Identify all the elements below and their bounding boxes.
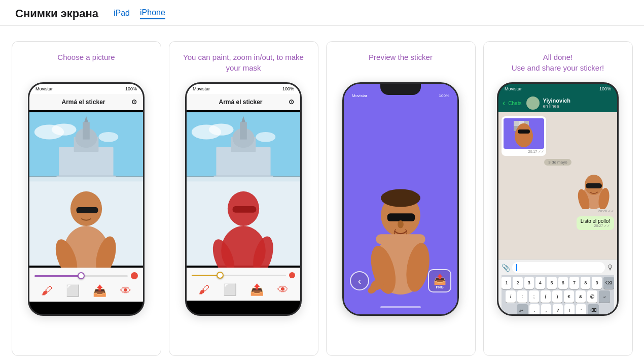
kb-dot[interactable]: .	[529, 304, 540, 316]
kb-return[interactable]: ↵	[599, 290, 610, 303]
kb-key-9[interactable]: 9	[592, 277, 601, 289]
svg-point-21	[209, 123, 234, 135]
app-title-bar-2: Armá el sticker ⊙	[187, 94, 300, 110]
svg-point-22	[256, 132, 275, 142]
camera-icon-1: ⊙	[131, 98, 137, 106]
page-title: Снимки экрана	[15, 7, 98, 20]
kb-exclaim[interactable]: !	[564, 304, 575, 316]
main-image-2	[187, 110, 300, 268]
sent-text-msg: Listo el pollo! 20:27 ✓✓	[577, 216, 614, 230]
png-export-button[interactable]: 📤 PNG	[428, 269, 451, 292]
svg-point-40	[381, 189, 420, 207]
header: Снимки экрана iPad iPhone	[0, 0, 644, 26]
prev-nav-button[interactable]: ‹	[350, 271, 369, 290]
kb-key-8[interactable]: 8	[581, 277, 590, 289]
eraser-tool-icon[interactable]: ⬜	[66, 284, 80, 298]
caption-1: Choose a picture	[57, 52, 115, 74]
sticker-img	[574, 169, 614, 209]
brush-tool-icon[interactable]: 🖌	[41, 284, 52, 298]
kb-key-6[interactable]: 6	[558, 277, 568, 289]
carrier-2: Movistar	[193, 86, 210, 91]
kb-semi[interactable]: ;	[529, 290, 539, 303]
attachment-icon[interactable]: 📎	[502, 264, 510, 272]
battery-1: 100%	[125, 86, 137, 91]
msg-text: Listo el pollo!	[581, 218, 610, 224]
kb-euro[interactable]: €	[564, 290, 574, 303]
x-battery: 100%	[439, 93, 449, 98]
page-container: Снимки экрана iPad iPhone Choose a pictu…	[0, 0, 644, 359]
phone-frame-4: Movistar 100% ‹ Chats Yiyinovich en líne…	[497, 82, 619, 316]
bottom-controls-1: 🖌 ⬜ 📤 👁	[29, 268, 143, 302]
kb-colon[interactable]: :	[517, 290, 527, 303]
kb-amp[interactable]: &	[576, 290, 586, 303]
svg-rect-59	[586, 183, 602, 188]
chat-input-area: 📎 🎙 1 2 3 4 5	[498, 259, 617, 316]
svg-point-42	[398, 220, 404, 229]
svg-rect-41	[387, 213, 415, 221]
kb-key-delete[interactable]: ⌫	[603, 277, 614, 289]
kb-rparen[interactable]: )	[552, 290, 562, 303]
status-bar-1: Movistar 100%	[29, 84, 143, 94]
voice-icon[interactable]: 🎙	[607, 264, 614, 272]
chat-header: ‹ Chats Yiyinovich en línea	[498, 94, 617, 112]
kb-key-5[interactable]: 5	[547, 277, 556, 289]
slider-track-1[interactable]	[34, 275, 128, 277]
text-input-field[interactable]	[512, 262, 605, 273]
kb-key-3[interactable]: 3	[524, 277, 534, 289]
kb-at[interactable]: @	[587, 290, 597, 303]
status-bar-4: Movistar 100%	[498, 84, 617, 94]
chats-link[interactable]: Chats	[508, 101, 521, 106]
caption-3: Preview the sticker	[369, 52, 433, 74]
export-tool-icon-2[interactable]: 📤	[250, 283, 264, 297]
chat-name: Yiyinovich	[543, 97, 613, 104]
cursor	[516, 264, 517, 271]
preview-main: ‹ 📤 PNG	[344, 99, 457, 300]
battery-4: 100%	[599, 86, 611, 91]
back-icon[interactable]: ‹	[503, 99, 505, 108]
home-indicator	[344, 300, 457, 315]
kb-slash[interactable]: /	[506, 290, 516, 303]
kb-question[interactable]: ?	[553, 304, 563, 316]
kb-hash[interactable]: #+=	[517, 304, 528, 316]
kb-del2[interactable]: ⌫	[588, 304, 599, 316]
x-carrier: Movistar	[352, 93, 367, 98]
screenshot-1: Choose a picture Movistar 100% Armá el s…	[12, 41, 161, 356]
tab-ipad[interactable]: iPad	[114, 9, 130, 19]
sent-sticker-msg: 20:26 ✓✓	[574, 169, 614, 213]
phone-frame-1: Movistar 100% Armá el sticker ⊙	[28, 82, 145, 316]
svg-point-3	[98, 132, 118, 142]
svg-rect-34	[233, 206, 257, 213]
kb-key-4[interactable]: 4	[535, 277, 545, 289]
chat-avatar	[526, 96, 540, 110]
carrier-4: Movistar	[505, 86, 522, 91]
slider-dot-1	[131, 272, 138, 279]
screenshot-3: Preview the sticker Movistar 100%	[326, 41, 476, 356]
slider-track-2[interactable]	[192, 275, 286, 276]
export-tool-icon[interactable]: 📤	[93, 284, 106, 298]
phone-frame-3: Movistar 100%	[342, 82, 459, 316]
kb-key-2[interactable]: 2	[513, 277, 522, 289]
date-divider: 3 de mayo	[544, 159, 571, 166]
chat-name-area: Yiyinovich en línea	[543, 97, 613, 109]
kb-key-1[interactable]: 1	[502, 277, 511, 289]
kb-key-7[interactable]: 7	[569, 277, 579, 289]
brush-tool-icon-2[interactable]: 🖌	[198, 283, 209, 297]
tab-iphone[interactable]: iPhone	[140, 8, 165, 19]
carrier-1: Movistar	[35, 86, 53, 91]
png-label: PNG	[436, 285, 443, 289]
keyboard: 1 2 3 4 5 6 7 8 9 ⌫ /	[502, 275, 614, 316]
slider-row-1	[34, 272, 138, 279]
chat-status: en línea	[543, 104, 613, 109]
chat-messages: 20:17 ✓✓ 3 de mayo	[498, 112, 617, 259]
main-image-1	[29, 110, 143, 268]
kb-comma[interactable]: ,	[541, 304, 551, 316]
svg-point-2	[52, 123, 77, 135]
eye-tool-icon-2[interactable]: 👁	[277, 283, 289, 297]
status-bar-2: Movistar 100%	[187, 84, 300, 94]
svg-rect-15	[77, 207, 98, 213]
svg-rect-56	[518, 129, 530, 134]
kb-apos[interactable]: '	[576, 304, 586, 316]
eraser-tool-icon-2[interactable]: ⬜	[223, 283, 237, 297]
kb-lparen[interactable]: (	[541, 290, 551, 303]
eye-tool-icon[interactable]: 👁	[120, 284, 131, 298]
